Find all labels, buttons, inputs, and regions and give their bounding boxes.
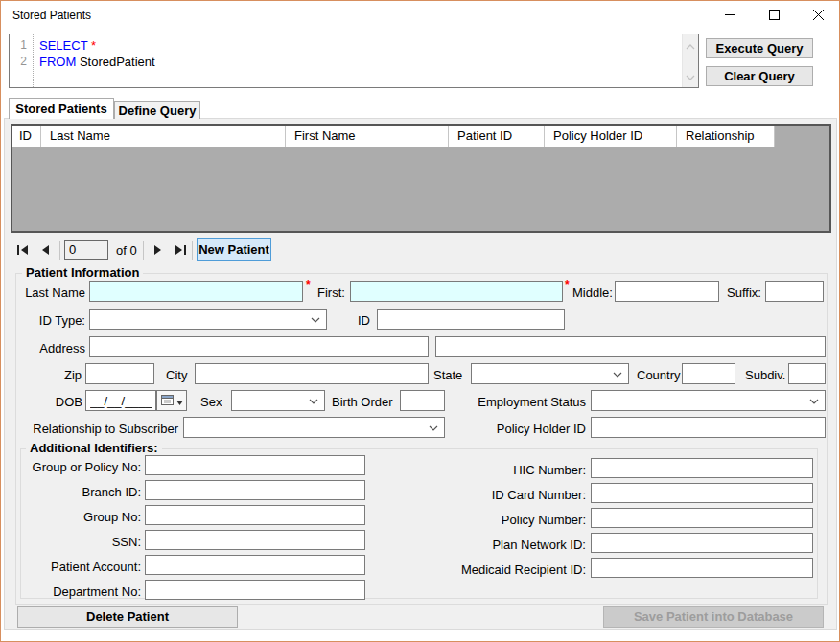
chevron-down-icon: [809, 399, 819, 404]
branch-id-input[interactable]: [145, 480, 365, 500]
maximize-icon: [769, 9, 780, 23]
dob-input[interactable]: [85, 390, 156, 411]
chevron-down-icon: [429, 425, 438, 431]
grid-header-row: ID Last Name First Name Patient ID Polic…: [12, 126, 829, 147]
chevron-down-icon: [613, 372, 622, 378]
minimize-icon: [725, 9, 735, 23]
previous-record-button[interactable]: [35, 240, 56, 261]
close-button[interactable]: [796, 1, 840, 30]
group-no-label: Group No:: [26, 510, 141, 524]
additional-identifiers-title: Additional Identifiers:: [26, 441, 162, 455]
maximize-button[interactable]: [752, 1, 796, 30]
required-marker: *: [306, 278, 311, 291]
sex-dropdown[interactable]: [231, 390, 325, 411]
medicaid-recipient-id-input[interactable]: [591, 558, 813, 578]
sql-query-editor[interactable]: 1 2 SELECT * FROM StoredPatient: [9, 34, 699, 88]
save-patient-button: Save Patient into Database: [603, 606, 824, 628]
scroll-up-icon[interactable]: [686, 38, 695, 53]
address-line2-input[interactable]: [435, 336, 826, 357]
zip-label: Zip: [51, 368, 82, 382]
minimize-button[interactable]: [708, 1, 752, 30]
patients-grid[interactable]: ID Last Name First Name Patient ID Polic…: [11, 124, 831, 233]
id-card-number-input[interactable]: [591, 483, 813, 503]
middle-name-label: Middle:: [572, 286, 613, 300]
branch-id-label: Branch ID:: [26, 485, 141, 499]
zip-input[interactable]: [85, 363, 154, 384]
sex-label: Sex: [200, 395, 222, 409]
plan-network-id-input[interactable]: [591, 533, 813, 553]
first-name-input[interactable]: [350, 281, 563, 302]
chevron-down-icon: [176, 394, 183, 408]
department-no-label: Department No:: [26, 585, 141, 599]
chevron-down-icon: [311, 317, 320, 323]
policy-number-input[interactable]: [591, 508, 813, 528]
column-header-id[interactable]: ID: [12, 126, 41, 147]
tab-stored-patients[interactable]: Stored Patients: [9, 98, 114, 119]
tab-define-query[interactable]: Define Query: [114, 101, 200, 119]
sql-identifier: StoredPatient: [76, 55, 154, 69]
address-line1-input[interactable]: [89, 336, 429, 357]
column-header-patient-id[interactable]: Patient ID: [449, 126, 545, 147]
hic-number-input[interactable]: [591, 458, 813, 478]
sql-star: *: [87, 38, 96, 53]
stored-patients-window: Stored Patients 1 2 SELECT * FROM Stored…: [0, 0, 840, 642]
chevron-down-icon: [309, 399, 318, 404]
line-number: 2: [10, 54, 33, 70]
birth-order-input[interactable]: [400, 390, 445, 411]
id-input[interactable]: [377, 309, 565, 330]
employment-status-label: Employment Status: [452, 395, 586, 409]
city-input[interactable]: [195, 363, 429, 384]
execute-query-button[interactable]: Execute Query: [706, 38, 813, 58]
record-position-input[interactable]: [64, 240, 108, 260]
clear-query-button[interactable]: Clear Query: [706, 66, 813, 86]
ssn-input[interactable]: [145, 530, 365, 550]
dob-label: DOB: [54, 395, 82, 409]
last-name-input[interactable]: [89, 281, 303, 302]
dob-calendar-button[interactable]: [156, 390, 187, 411]
scroll-down-icon[interactable]: [686, 69, 695, 83]
patient-account-input[interactable]: [145, 555, 365, 575]
policy-number-label: Policy Number:: [413, 513, 586, 527]
hic-number-label: HIC Number:: [413, 463, 586, 477]
id-type-dropdown[interactable]: [89, 309, 327, 330]
first-record-button[interactable]: [12, 240, 34, 261]
navigator-separator: [143, 241, 144, 260]
department-no-input[interactable]: [145, 580, 365, 600]
group-no-input[interactable]: [145, 505, 365, 525]
medicaid-recipient-id-label: Medicaid Recipient ID:: [413, 562, 586, 577]
suffix-input[interactable]: [765, 281, 824, 302]
last-record-icon: [174, 243, 187, 258]
next-record-button[interactable]: [148, 240, 169, 261]
employment-status-dropdown[interactable]: [591, 390, 826, 411]
subdiv-input[interactable]: [788, 363, 826, 384]
column-header-last-name[interactable]: Last Name: [41, 126, 286, 147]
calendar-icon: [161, 394, 174, 408]
delete-patient-button[interactable]: Delete Patient: [17, 606, 238, 628]
query-scrollbar[interactable]: [682, 34, 698, 87]
sql-line-1: SELECT *: [39, 37, 679, 54]
state-dropdown[interactable]: [471, 363, 629, 384]
first-name-label: First:: [317, 286, 345, 300]
country-input[interactable]: [682, 363, 735, 384]
subdiv-label: Subdiv.: [745, 368, 785, 382]
column-header-filler: [775, 126, 829, 147]
column-header-first-name[interactable]: First Name: [286, 126, 449, 147]
address-label: Address: [28, 341, 85, 355]
relationship-to-subscriber-dropdown[interactable]: [183, 417, 445, 438]
window-title: Stored Patients: [12, 9, 91, 22]
column-header-relationship[interactable]: Relationship: [677, 126, 775, 147]
id-card-number-label: ID Card Number:: [413, 488, 586, 502]
policy-holder-id-input[interactable]: [591, 417, 826, 438]
column-header-policy-holder-id[interactable]: Policy Holder ID: [545, 126, 677, 147]
navigator-separator: [59, 241, 60, 260]
new-patient-button[interactable]: New Patient: [197, 238, 271, 261]
required-marker: *: [565, 278, 570, 291]
group-or-policy-no-input[interactable]: [145, 455, 365, 475]
sql-keyword: FROM: [39, 55, 76, 69]
sql-code: SELECT * FROM StoredPatient: [39, 37, 679, 70]
patient-account-label: Patient Account:: [26, 560, 141, 574]
middle-name-input[interactable]: [615, 281, 719, 302]
next-record-icon: [153, 243, 163, 258]
last-record-button[interactable]: [170, 240, 191, 261]
city-label: City: [166, 368, 187, 382]
